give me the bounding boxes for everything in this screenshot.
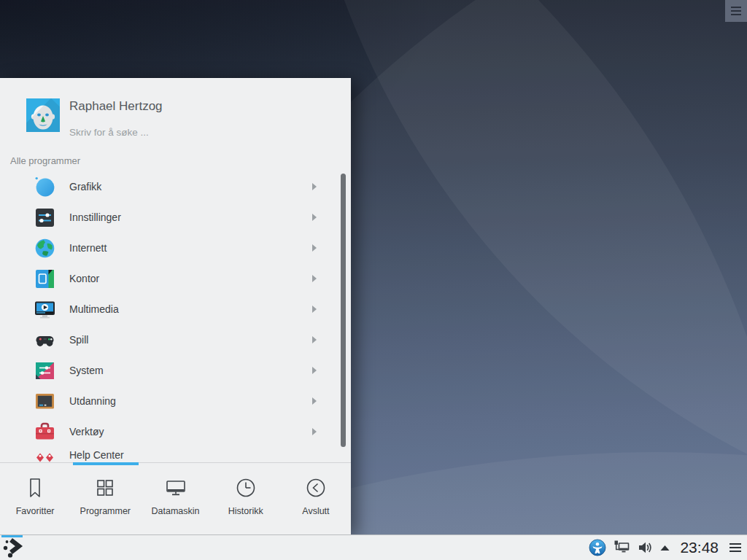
multimedia-category-icon: [34, 299, 55, 320]
system-category-icon: [34, 360, 55, 381]
submenu-arrow-icon: [312, 397, 317, 405]
app-help-center[interactable]: Help Center: [0, 447, 337, 462]
category-label: Kontor: [69, 273, 312, 284]
launcher-tab-bar: Favoritter Programmer: [0, 465, 351, 535]
tab-datamaskin[interactable]: Datamaskin: [140, 465, 210, 535]
submenu-arrow-icon: [312, 183, 317, 190]
education-category-icon: [34, 391, 55, 412]
help-center-icon: [34, 451, 55, 462]
computer-monitor-icon: [163, 475, 188, 500]
expand-tray-caret-icon[interactable]: [659, 545, 670, 551]
tab-favoritter[interactable]: Favoritter: [0, 465, 70, 535]
tab-label: Favoritter: [16, 506, 55, 516]
applications-grid-icon: [93, 475, 117, 500]
settings-category-icon: [34, 207, 55, 228]
system-tray: 23:48: [589, 535, 743, 560]
desktop-toolbox-button[interactable]: [725, 0, 747, 22]
category-label: System: [69, 365, 312, 376]
tab-label: Programmer: [80, 506, 131, 516]
category-verktoy[interactable]: Verktøy: [0, 416, 337, 447]
application-launcher-popup: Raphael Hertzog Skriv for å søke ... All…: [0, 78, 351, 534]
desktop: Raphael Hertzog Skriv for å søke ... All…: [0, 0, 747, 560]
games-category-icon: [34, 330, 55, 351]
tab-label: Avslutt: [302, 506, 329, 516]
office-category-icon: [34, 268, 55, 289]
utilities-category-icon: [34, 421, 55, 443]
hamburger-menu-icon: [731, 7, 741, 9]
bottom-panel: 23:48: [0, 534, 747, 560]
tab-label: Historikk: [228, 506, 263, 516]
category-label: Grafikk: [69, 181, 312, 192]
category-list: Grafikk Innstillinger: [0, 171, 337, 462]
category-innstillinger[interactable]: Innstillinger: [0, 202, 337, 233]
graphics-category-icon: [34, 176, 55, 198]
app-label: Help Center: [69, 449, 317, 461]
category-label: Utdanning: [69, 395, 312, 407]
accessibility-icon[interactable]: [589, 539, 606, 556]
user-avatar[interactable]: [26, 98, 60, 132]
category-label: Innstillinger: [69, 211, 312, 223]
category-label: Multimedia: [69, 303, 312, 315]
launcher-active-indicator: [1, 535, 23, 537]
category-label: Spill: [69, 334, 312, 346]
tab-programmer[interactable]: Programmer: [70, 465, 140, 535]
favorites-bookmark-icon: [23, 475, 47, 500]
submenu-arrow-icon: [312, 336, 317, 343]
application-launcher-icon: [2, 538, 24, 559]
category-kontor[interactable]: Kontor: [0, 263, 337, 294]
category-utdanning[interactable]: Utdanning: [0, 386, 337, 416]
section-label: Alle programmer: [10, 155, 80, 166]
panel-hamburger-menu-icon[interactable]: [728, 542, 743, 553]
search-input[interactable]: Skriv for å søke ...: [69, 127, 149, 138]
volume-icon[interactable]: [637, 540, 653, 556]
network-icon[interactable]: [613, 539, 630, 556]
category-grafikk[interactable]: Grafikk: [0, 171, 337, 202]
submenu-arrow-icon: [312, 367, 317, 374]
submenu-arrow-icon: [312, 275, 317, 282]
footer-separator: [0, 462, 351, 463]
category-spill[interactable]: Spill: [0, 324, 337, 355]
category-multimedia[interactable]: Multimedia: [0, 294, 337, 324]
submenu-arrow-icon: [312, 214, 317, 221]
submenu-arrow-icon: [312, 244, 317, 252]
internet-category-icon: [34, 238, 55, 259]
submenu-arrow-icon: [312, 428, 317, 435]
category-label: Internett: [69, 242, 312, 254]
history-clock-icon: [233, 475, 258, 500]
category-internett[interactable]: Internett: [0, 233, 337, 263]
application-launcher-button[interactable]: [0, 535, 26, 560]
tab-label: Datamaskin: [152, 506, 200, 516]
category-system[interactable]: System: [0, 355, 337, 386]
digital-clock[interactable]: 23:48: [677, 539, 721, 556]
submenu-arrow-icon: [312, 306, 317, 313]
leave-session-icon: [303, 475, 328, 500]
tab-avslutt[interactable]: Avslutt: [281, 465, 351, 535]
list-scrollbar[interactable]: [341, 174, 346, 447]
user-name: Raphael Hertzog: [69, 99, 163, 114]
category-label: Verktøy: [69, 426, 312, 438]
tab-historikk[interactable]: Historikk: [211, 465, 281, 535]
